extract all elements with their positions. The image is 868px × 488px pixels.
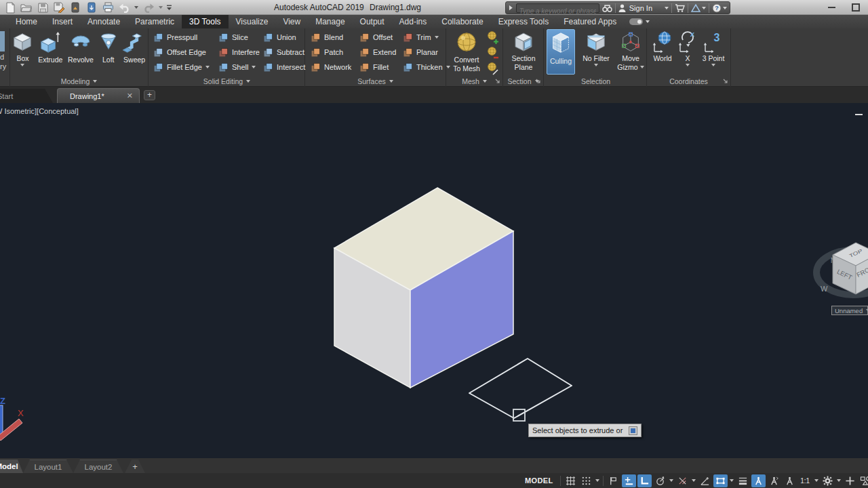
shell-button[interactable]: Shell (218, 60, 260, 75)
tab-annotate[interactable]: Annotate (80, 15, 127, 28)
smooth-less-button[interactable] (487, 46, 497, 59)
object-snap-toggle[interactable] (713, 474, 728, 487)
window-maximize-button[interactable] (852, 3, 860, 12)
app-store-button[interactable] (675, 4, 685, 12)
intersect-button[interactable]: Intersect (263, 60, 305, 75)
isolate-objects-button[interactable] (859, 474, 868, 487)
file-tab-start[interactable]: Start (0, 89, 53, 103)
open-file-button[interactable] (19, 1, 34, 14)
undo-button[interactable] (117, 1, 132, 14)
new-drawing-tab-button[interactable]: + (144, 90, 155, 100)
panel-label-section[interactable]: Section (503, 76, 543, 87)
tab-3d-tools[interactable]: 3D Tools (182, 15, 228, 28)
model-space-toggle[interactable]: MODEL (521, 474, 557, 487)
window-minimize-button[interactable] (828, 7, 835, 8)
save-button[interactable] (35, 1, 50, 14)
panel-label-surfaces[interactable]: Surfaces (305, 76, 446, 87)
status-bar-plus-button[interactable] (843, 474, 857, 487)
open-from-web-mobile-button[interactable] (68, 1, 83, 14)
help-button[interactable]: ? (712, 3, 727, 13)
snap-grid-dropdown[interactable] (595, 479, 600, 482)
object-snap-tracking-toggle[interactable] (698, 474, 712, 487)
smooth-more-button[interactable] (487, 30, 497, 43)
tab-home[interactable]: Home (8, 15, 45, 28)
tab-add-ins[interactable]: Add-ins (392, 15, 435, 28)
annotation-scale-dropdown[interactable] (814, 479, 819, 482)
infocenter-collapse-icon[interactable] (509, 5, 513, 11)
polar-tracking-dropdown[interactable] (669, 479, 674, 482)
section-plane-button[interactable]: Section Plane (506, 30, 541, 71)
redo-button[interactable] (141, 1, 156, 14)
shell-dropdown[interactable] (252, 66, 256, 68)
model-canvas[interactable] (0, 103, 868, 458)
tab-parametric[interactable]: Parametric (127, 15, 182, 28)
ribbon-display-toggle[interactable] (629, 15, 650, 28)
box-button[interactable]: Box (10, 30, 35, 76)
plot-button[interactable] (100, 1, 115, 14)
sign-in-dropdown[interactable] (665, 7, 669, 9)
panel-label-mesh[interactable]: Mesh (446, 76, 502, 87)
snap-grid-toggle[interactable] (579, 474, 593, 487)
fillet-edge-button[interactable]: Fillet Edge (153, 60, 210, 75)
panel-label-modeling[interactable]: Modeling (10, 76, 148, 87)
object-snap-dropdown[interactable] (729, 479, 734, 482)
extrude-button[interactable]: Extrude (36, 30, 65, 76)
revolve-button[interactable]: Revolve (66, 30, 96, 76)
layout-tab-layout1[interactable]: Layout1 (23, 460, 73, 473)
surface-thicken-button[interactable]: Thicken (403, 60, 450, 75)
redo-dropdown[interactable] (157, 1, 164, 14)
auto-annotation-scale-toggle[interactable] (767, 474, 781, 487)
isodraft-dropdown[interactable] (691, 479, 696, 482)
panel-label-selection[interactable]: Selection (545, 76, 646, 87)
patch-button[interactable]: Patch (311, 45, 351, 60)
undo-dropdown[interactable] (133, 1, 140, 14)
surface-planar-button[interactable]: Planar (403, 45, 450, 60)
close-tab-icon[interactable]: ✕ (127, 92, 133, 100)
culling-button[interactable]: Culling (547, 29, 575, 75)
file-tab-drawing1[interactable]: Drawing1* ✕ (57, 88, 140, 103)
mesh-dialog-launcher[interactable] (495, 79, 500, 84)
viewcube[interactable]: N W TOP LEFT FRONT (811, 230, 868, 304)
save-as-button[interactable] (52, 1, 66, 14)
a360-button[interactable] (691, 4, 706, 12)
workspace-dropdown[interactable] (836, 479, 842, 482)
interfere-button[interactable]: Interfere (218, 45, 260, 60)
tab-express-tools[interactable]: Express Tools (491, 15, 556, 28)
gizmo-dropdown[interactable] (640, 66, 644, 68)
panel-label-solid-editing[interactable]: Solid Editing (149, 76, 304, 87)
viewcube-compass-w[interactable]: W (821, 285, 828, 293)
snap-mode-toggle[interactable] (622, 474, 636, 487)
box-solid[interactable] (334, 188, 513, 388)
polar-tracking-toggle[interactable] (653, 474, 667, 487)
ucs-x-button[interactable]: X X (678, 30, 697, 66)
section-dialog-launcher[interactable] (536, 79, 541, 84)
surface-extend-button[interactable]: Extend (359, 45, 396, 60)
no-filter-button[interactable]: No Filter (578, 30, 614, 66)
union-button[interactable]: Union (263, 30, 305, 45)
fillet-edge-dropdown[interactable] (205, 66, 210, 68)
tab-featured-apps[interactable]: Featured Apps (556, 15, 624, 28)
workspace-settings-button[interactable] (821, 474, 835, 487)
save-to-web-mobile-button[interactable] (84, 1, 99, 14)
layout-tab-model[interactable]: Model (0, 460, 23, 473)
world-ucs-button[interactable]: World (650, 30, 675, 62)
trim-dropdown[interactable] (435, 36, 439, 39)
search-input[interactable] (517, 7, 599, 15)
new-file-button[interactable] (3, 1, 18, 14)
tab-output[interactable]: Output (353, 15, 392, 28)
ucs-3point-dropdown[interactable] (711, 64, 715, 66)
loft-button[interactable]: Loft (96, 30, 120, 76)
layout-tab-layout2[interactable]: Layout2 (73, 460, 123, 473)
surface-fillet-button[interactable]: Fillet (359, 60, 396, 75)
tab-manage[interactable]: Manage (308, 15, 352, 28)
subtract-button[interactable]: Subtract (263, 45, 305, 60)
drawing-viewport[interactable]: W Isometric][Conceptual] Z X N W TOP LEF… (0, 103, 868, 458)
sweep-button[interactable]: Sweep (121, 30, 148, 76)
annotation-scale-icon-button[interactable] (783, 474, 797, 487)
tooltip-more-icon[interactable] (629, 426, 637, 435)
box-dropdown[interactable] (20, 64, 24, 66)
annotation-scale-value[interactable]: 1:1 (798, 474, 812, 487)
tab-insert[interactable]: Insert (45, 15, 80, 28)
blend-button[interactable]: Blend (311, 30, 351, 45)
surface-offset-button[interactable]: Offset (359, 30, 396, 45)
